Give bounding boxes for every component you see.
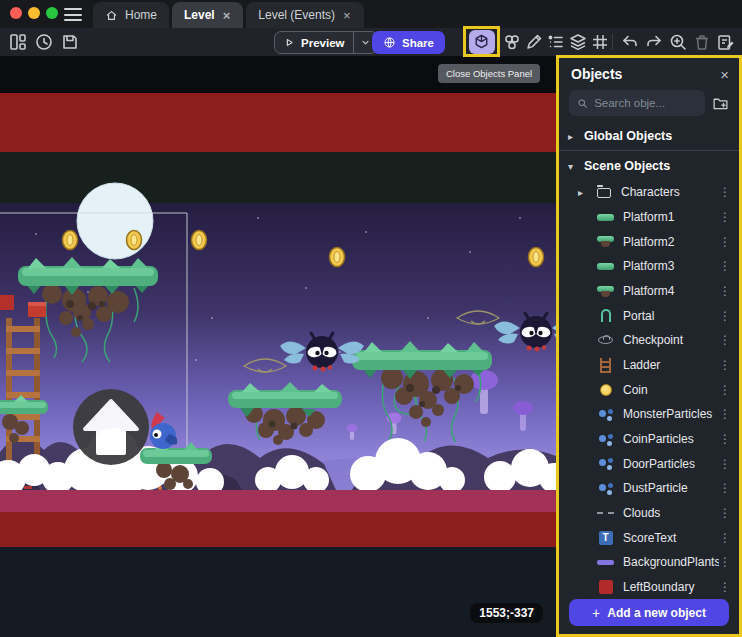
save-icon[interactable] xyxy=(60,32,80,52)
tab-label: Level (Events) xyxy=(258,8,335,22)
add-new-object-button[interactable]: + Add a new object xyxy=(569,599,729,626)
tab-level-events[interactable]: Level (Events) × xyxy=(246,2,363,28)
kebab-menu-icon[interactable]: ⋮ xyxy=(719,333,731,347)
kebab-menu-icon[interactable]: ⋮ xyxy=(719,185,731,199)
pencil-icon[interactable] xyxy=(524,32,544,52)
portal-thumbnail-icon xyxy=(601,309,611,322)
scene-render xyxy=(0,56,556,637)
object-groups-icon[interactable] xyxy=(546,32,566,52)
object-row-monsterparticles[interactable]: MonsterParticles ⋮ xyxy=(559,402,739,427)
kebab-menu-icon[interactable]: ⋮ xyxy=(719,531,731,545)
highlight-box-objects-toggle xyxy=(463,26,500,57)
object-row-ladder[interactable]: Ladder ⋮ xyxy=(559,353,739,378)
close-icon[interactable]: × xyxy=(720,67,729,82)
zoom-in-icon[interactable] xyxy=(668,32,688,52)
kebab-menu-icon[interactable]: ⋮ xyxy=(719,432,731,446)
moon-object[interactable] xyxy=(77,183,153,259)
kebab-menu-icon[interactable]: ⋮ xyxy=(719,235,731,249)
object-row-doorparticles[interactable]: DoorParticles ⋮ xyxy=(559,451,739,476)
titlebar: Home Level × Level (Events) × xyxy=(0,0,742,28)
search-icon xyxy=(577,97,588,110)
preview-label: Preview xyxy=(301,37,344,49)
object-row-portal[interactable]: Portal ⋮ xyxy=(559,303,739,328)
instances-icon[interactable] xyxy=(502,32,522,52)
preview-button[interactable]: Preview xyxy=(274,31,378,54)
jump-button-object[interactable] xyxy=(73,389,149,465)
kebab-menu-icon[interactable]: ⋮ xyxy=(719,210,731,224)
tab-home[interactable]: Home xyxy=(93,2,169,28)
add-folder-icon[interactable] xyxy=(712,95,729,112)
tab-level[interactable]: Level × xyxy=(172,2,243,28)
layers-icon[interactable] xyxy=(568,32,588,52)
scene-canvas[interactable]: 1553;-337 xyxy=(0,56,556,637)
search-input-wrapper[interactable] xyxy=(569,90,705,116)
redo-icon[interactable] xyxy=(644,32,664,52)
window-zoom-button[interactable] xyxy=(46,7,58,19)
object-row-scoretext[interactable]: ScoreText ⋮ xyxy=(559,525,739,550)
kebab-menu-icon[interactable]: ⋮ xyxy=(719,580,731,594)
grid-icon[interactable] xyxy=(590,32,610,52)
object-row-platform4[interactable]: Platform4 ⋮ xyxy=(559,279,739,304)
object-row-dustparticle[interactable]: DustParticle ⋮ xyxy=(559,476,739,501)
chevron-right-icon[interactable]: ▸ xyxy=(568,131,577,142)
object-row-coin[interactable]: Coin ⋮ xyxy=(559,377,739,402)
kebab-menu-icon[interactable]: ⋮ xyxy=(719,358,731,372)
folder-icon xyxy=(597,188,611,198)
plants-thumbnail-icon xyxy=(597,560,614,565)
chevron-down-icon[interactable]: ▾ xyxy=(568,161,577,172)
kebab-menu-icon[interactable]: ⋮ xyxy=(719,259,731,273)
kebab-menu-icon[interactable]: ⋮ xyxy=(719,309,731,323)
scene-bottom-void xyxy=(0,547,556,637)
kebab-menu-icon[interactable]: ⋮ xyxy=(719,457,731,471)
window-minimize-button[interactable] xyxy=(28,7,40,19)
section-global-objects[interactable]: ▸ Global Objects xyxy=(559,124,739,148)
trash-icon[interactable] xyxy=(692,32,712,52)
object-folder-characters[interactable]: ▸ Characters ⋮ xyxy=(559,180,739,205)
top-boundary-band[interactable] xyxy=(0,93,556,152)
kebab-menu-icon[interactable]: ⋮ xyxy=(719,481,731,495)
add-object-label: Add a new object xyxy=(607,606,706,620)
tab-close-icon[interactable]: × xyxy=(342,9,352,22)
object-row-clouds[interactable]: Clouds ⋮ xyxy=(559,501,739,526)
section-divider xyxy=(559,150,739,151)
object-row-leftboundary[interactable]: LeftBoundary ⋮ xyxy=(559,575,739,600)
object-row-platform3[interactable]: Platform3 ⋮ xyxy=(559,254,739,279)
panels-layout-icon[interactable] xyxy=(8,32,28,52)
left-boundary-block[interactable] xyxy=(0,295,14,310)
globe-icon xyxy=(383,36,396,49)
objects-panel-toggle-button[interactable] xyxy=(469,30,495,54)
main-menu-icon[interactable] xyxy=(64,8,82,21)
object-row-coinparticles[interactable]: CoinParticles ⋮ xyxy=(559,427,739,452)
kebab-menu-icon[interactable]: ⋮ xyxy=(719,555,731,569)
chevron-down-icon xyxy=(360,37,371,48)
kebab-menu-icon[interactable]: ⋮ xyxy=(719,284,731,298)
window-close-button[interactable] xyxy=(10,7,22,19)
tab-close-icon[interactable]: × xyxy=(222,9,232,22)
share-button[interactable]: Share xyxy=(372,31,445,54)
particles-thumbnail-icon xyxy=(598,432,613,447)
platform-thumbnail-icon xyxy=(597,214,614,221)
object-list: ▸ Characters ⋮ Platform1 ⋮ Platform2 ⋮ P… xyxy=(559,178,739,634)
scene-properties-icon[interactable] xyxy=(716,32,736,52)
history-icon[interactable] xyxy=(34,32,54,52)
search-input[interactable] xyxy=(594,97,697,109)
text-thumbnail-icon xyxy=(599,531,613,545)
kebab-menu-icon[interactable]: ⋮ xyxy=(719,407,731,421)
kebab-menu-icon[interactable]: ⋮ xyxy=(719,506,731,520)
section-scene-objects[interactable]: ▾ Scene Objects xyxy=(559,154,739,178)
object-row-backgroundplants[interactable]: BackgroundPlants ⋮ xyxy=(559,550,739,575)
tab-bar: Home Level × Level (Events) × xyxy=(93,2,364,28)
kebab-menu-icon[interactable]: ⋮ xyxy=(719,383,731,397)
share-label: Share xyxy=(402,37,434,49)
clouds-thumbnail-icon xyxy=(597,512,614,514)
tab-label: Level xyxy=(184,8,215,22)
object-row-platform2[interactable]: Platform2 ⋮ xyxy=(559,229,739,254)
object-row-checkpoint[interactable]: Checkpoint ⋮ xyxy=(559,328,739,353)
tab-label: Home xyxy=(125,8,157,22)
undo-icon[interactable] xyxy=(620,32,640,52)
bottom-boundary-band[interactable] xyxy=(0,512,556,547)
chevron-right-icon[interactable]: ▸ xyxy=(578,187,587,198)
coin-thumbnail-icon xyxy=(600,384,612,396)
panel-title: Objects xyxy=(571,66,622,82)
object-row-platform1[interactable]: Platform1 ⋮ xyxy=(559,205,739,230)
